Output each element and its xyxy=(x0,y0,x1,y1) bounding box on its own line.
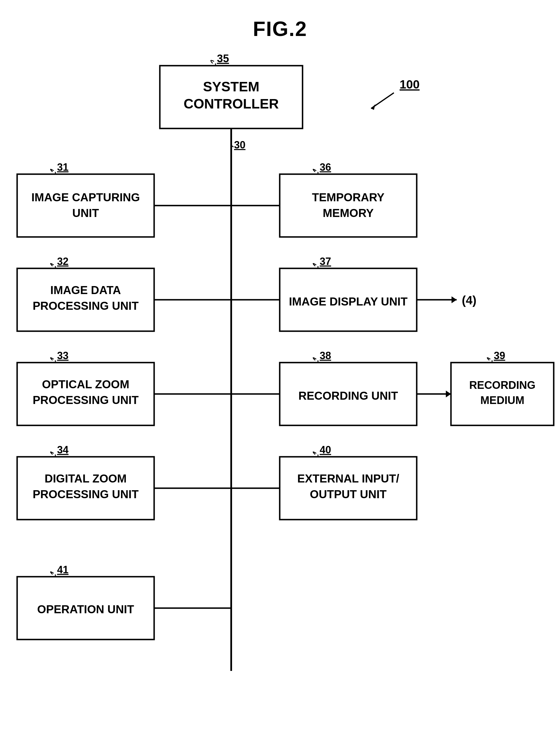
svg-text:40: 40 xyxy=(320,444,331,456)
svg-text:MEMORY: MEMORY xyxy=(323,207,374,219)
svg-text:PROCESSING UNIT: PROCESSING UNIT xyxy=(33,394,138,406)
svg-text:37: 37 xyxy=(320,256,331,267)
svg-text:34: 34 xyxy=(57,444,68,456)
svg-marker-59 xyxy=(446,390,451,398)
svg-text:IMAGE DATA: IMAGE DATA xyxy=(50,284,121,296)
svg-text:100: 100 xyxy=(400,77,419,91)
svg-marker-51 xyxy=(452,296,457,303)
fig-title: FIG.2 xyxy=(0,0,560,41)
svg-text:SYSTEM: SYSTEM xyxy=(203,79,259,94)
svg-text:EXTERNAL INPUT/: EXTERNAL INPUT/ xyxy=(297,472,399,485)
svg-text:MEDIUM: MEDIUM xyxy=(481,394,524,406)
svg-text:PROCESSING UNIT: PROCESSING UNIT xyxy=(33,300,138,312)
svg-rect-10 xyxy=(17,174,154,237)
svg-rect-39 xyxy=(280,174,417,237)
svg-text:OUTPUT UNIT: OUTPUT UNIT xyxy=(310,488,387,500)
svg-text:(4): (4) xyxy=(462,294,477,307)
svg-rect-60 xyxy=(451,363,554,425)
svg-text:RECORDING: RECORDING xyxy=(469,379,536,391)
svg-text:30: 30 xyxy=(234,139,245,151)
svg-text:OPERATION UNIT: OPERATION UNIT xyxy=(37,603,134,616)
svg-text:TEMPORARY: TEMPORARY xyxy=(312,191,385,204)
svg-text:IMAGE CAPTURING: IMAGE CAPTURING xyxy=(32,191,140,204)
svg-text:PROCESSING UNIT: PROCESSING UNIT xyxy=(33,488,138,500)
svg-marker-7 xyxy=(371,104,375,110)
svg-text:31: 31 xyxy=(57,161,68,173)
svg-text:RECORDING UNIT: RECORDING UNIT xyxy=(298,389,398,402)
svg-text:UNIT: UNIT xyxy=(72,207,99,219)
svg-text:OPTICAL ZOOM: OPTICAL ZOOM xyxy=(42,378,129,390)
svg-text:41: 41 xyxy=(57,564,68,576)
svg-text:38: 38 xyxy=(320,350,331,361)
svg-text:32: 32 xyxy=(57,256,68,267)
svg-text:IMAGE DISPLAY UNIT: IMAGE DISPLAY UNIT xyxy=(289,295,407,308)
svg-text:CONTROLLER: CONTROLLER xyxy=(183,96,279,111)
svg-text:35: 35 xyxy=(217,53,229,64)
svg-text:39: 39 xyxy=(494,350,505,361)
svg-text:DIGITAL ZOOM: DIGITAL ZOOM xyxy=(45,472,126,485)
svg-text:36: 36 xyxy=(320,161,331,173)
svg-text:33: 33 xyxy=(57,350,68,361)
